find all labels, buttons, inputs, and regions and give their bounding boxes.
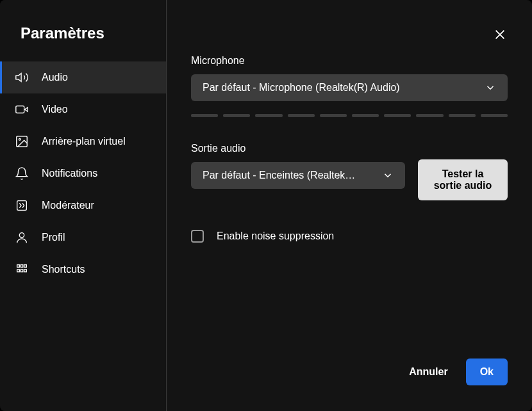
output-select[interactable]: Par défaut - Enceintes (Realtek… [191,162,405,189]
level-segment [191,114,218,117]
svg-rect-5 [17,265,20,268]
chevron-down-icon [382,170,394,181]
close-icon [493,28,507,42]
svg-rect-9 [21,270,23,272]
sidebar: Paramètres Audio Video Arrière-plan virt… [0,0,167,411]
microphone-label: Microphone [191,55,508,67]
level-segment [384,114,411,117]
level-segment [449,114,476,117]
sidebar-item-moderator[interactable]: Modérateur [0,189,166,222]
svg-rect-7 [24,265,27,268]
level-segment [223,114,250,117]
level-segment [416,114,443,117]
level-segment [288,114,315,117]
svg-rect-3 [17,201,27,211]
svg-rect-10 [24,270,27,272]
main-panel: Microphone Par défaut - Microphone (Real… [167,0,532,411]
output-select-value: Par défaut - Enceintes (Realtek… [203,170,374,181]
footer: Annuler Ok [167,359,532,411]
svg-rect-0 [16,106,24,113]
chevron-down-icon [485,82,496,93]
sidebar-title: Paramètres [0,0,166,61]
ok-button[interactable]: Ok [466,359,508,385]
sidebar-item-video[interactable]: Video [0,93,166,125]
image-icon [15,134,29,149]
sidebar-item-label: Profil [42,232,65,243]
sidebar-item-label: Notifications [42,168,97,179]
sidebar-item-label: Video [42,104,68,115]
microphone-level-meter [191,114,508,117]
sidebar-item-profile[interactable]: Profil [0,222,166,254]
sidebar-item-label: Modérateur [42,200,94,211]
sidebar-item-label: Arrière-plan virtuel [42,136,126,147]
sidebar-item-virtual-bg[interactable]: Arrière-plan virtuel [0,125,166,157]
svg-point-4 [19,233,24,238]
sidebar-item-audio[interactable]: Audio [0,61,166,93]
main-content: Microphone Par défaut - Microphone (Real… [167,42,532,359]
sidebar-item-notifications[interactable]: Notifications [0,157,166,189]
output-row: Sortie audio Par défaut - Enceintes (Rea… [191,143,508,200]
noise-suppression-row: Enable noise suppression [191,230,508,243]
output-label: Sortie audio [191,143,405,154]
level-segment [481,114,508,117]
sidebar-item-shortcuts[interactable]: Shortcuts [0,254,166,286]
noise-suppression-checkbox[interactable] [191,230,204,243]
main-header [167,0,532,42]
svg-rect-8 [17,270,20,272]
level-segment [352,114,379,117]
grid-icon [15,262,29,277]
microphone-select[interactable]: Par défaut - Microphone (Realtek(R) Audi… [191,74,508,101]
test-output-button[interactable]: Tester la sortie audio [418,159,508,200]
sidebar-items: Audio Video Arrière-plan virtuel Notific… [0,61,166,286]
level-segment [320,114,347,117]
bell-icon [15,166,29,181]
svg-rect-6 [21,265,23,268]
cancel-button[interactable]: Annuler [409,366,447,378]
noise-suppression-label: Enable noise suppression [217,230,334,242]
moderator-icon [15,198,29,213]
close-button[interactable] [492,27,508,42]
settings-dialog: Paramètres Audio Video Arrière-plan virt… [0,0,532,411]
sidebar-item-label: Audio [42,72,68,83]
sidebar-item-label: Shortcuts [42,264,85,275]
output-left: Sortie audio Par défaut - Enceintes (Rea… [191,143,405,189]
svg-point-2 [19,138,21,140]
level-segment [255,114,282,117]
speaker-icon [15,70,29,85]
video-icon [15,102,29,117]
microphone-select-value: Par défaut - Microphone (Realtek(R) Audi… [203,82,477,93]
user-icon [15,230,29,245]
